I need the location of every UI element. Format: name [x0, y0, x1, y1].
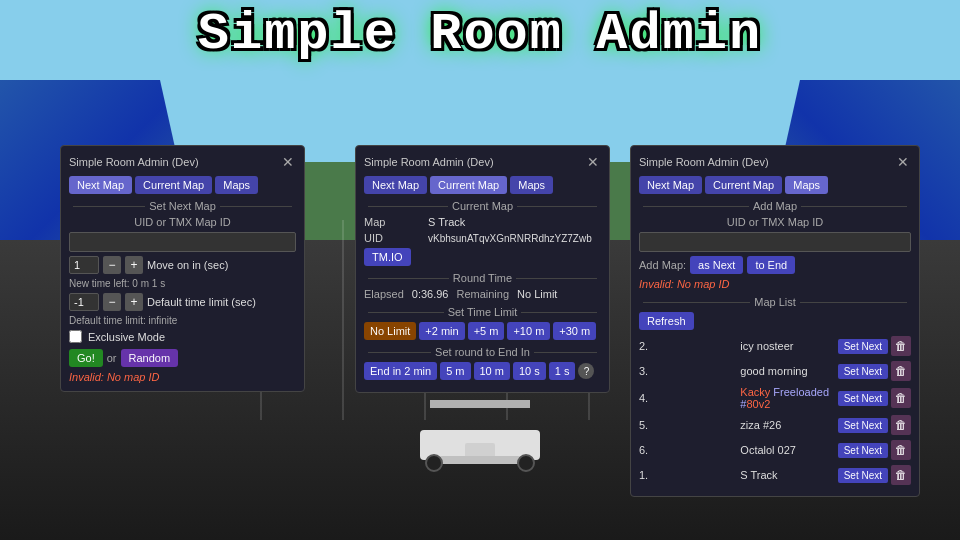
panel1-tab-nextmap[interactable]: Next Map — [69, 176, 132, 194]
panel1-moveon-plus[interactable]: + — [125, 256, 143, 274]
panel2-header: Simple Room Admin (Dev) ✕ — [364, 154, 601, 170]
panel2-close-button[interactable]: ✕ — [585, 154, 601, 170]
panel3-close-button[interactable]: ✕ — [895, 154, 911, 170]
panel1-moveon-input[interactable] — [69, 256, 99, 274]
panel-maps: Simple Room Admin (Dev) ✕ Next Map Curre… — [630, 145, 920, 497]
list-item: 3. good morning Set Next 🗑 — [639, 359, 911, 383]
list-item: 5. ziza #26 Set Next 🗑 — [639, 413, 911, 437]
panel2-end-buttons: End in 2 min 5 m 10 m 10 s 1 s ? — [364, 362, 601, 380]
map-setnext-0[interactable]: Set Next — [838, 339, 888, 354]
panel1-header: Simple Room Admin (Dev) ✕ — [69, 154, 296, 170]
panel3-refresh-button[interactable]: Refresh — [639, 312, 694, 330]
panel1-defaulttime-minus[interactable]: − — [103, 293, 121, 311]
panel2-map-row: Map S Track — [364, 216, 601, 228]
panel2-btn-5m[interactable]: +5 m — [468, 322, 505, 340]
panel1-moveon-minus[interactable]: − — [103, 256, 121, 274]
panel2-btn-nolimit[interactable]: No Limit — [364, 322, 416, 340]
panel2-elapsed-label: Elapsed — [364, 288, 404, 300]
map-delete-3[interactable]: 🗑 — [891, 415, 911, 435]
panel1-random-button[interactable]: Random — [121, 349, 179, 367]
car — [410, 400, 550, 480]
panel1-tab-currentmap[interactable]: Current Map — [135, 176, 212, 194]
panel3-tab-currentmap[interactable]: Current Map — [705, 176, 782, 194]
map-setnext-5[interactable]: Set Next — [838, 468, 888, 483]
map-name-4: Octalol 027 — [740, 444, 837, 456]
panel3-header: Simple Room Admin (Dev) ✕ — [639, 154, 911, 170]
map-delete-5[interactable]: 🗑 — [891, 465, 911, 485]
panel2-remaining-label: Remaining — [456, 288, 509, 300]
panel1-error: Invalid: No map ID — [69, 371, 296, 383]
list-item: 1. S Track Set Next 🗑 — [639, 463, 911, 487]
panel2-uid-value: vKbhsunATqvXGnRNRRdhzYZ7Zwb — [428, 233, 592, 244]
map-name-2: Kacky Freeloaded #80v2 — [740, 386, 837, 410]
panel3-tab-maps[interactable]: Maps — [785, 176, 828, 194]
panel1-moveon-label: Move on in (sec) — [147, 259, 228, 271]
panel1-defaulttime-row: − + Default time limit (sec) — [69, 293, 296, 311]
panel2-remaining-value: No Limit — [517, 288, 557, 300]
map-name-2-kacky: Kacky — [740, 386, 773, 398]
panel2-elapsed-row: Elapsed 0:36.96 Remaining No Limit — [364, 288, 601, 300]
panel1-go-button[interactable]: Go! — [69, 349, 103, 367]
panel1-defaulttime-input[interactable] — [69, 293, 99, 311]
panel3-tab-nextmap[interactable]: Next Map — [639, 176, 702, 194]
panel-current-map: Simple Room Admin (Dev) ✕ Next Map Curre… — [355, 145, 610, 393]
panel1-moveon-row: − + Move on in (sec) — [69, 256, 296, 274]
panel3-uid-input[interactable] — [639, 232, 911, 252]
map-index-3: 5. — [639, 419, 736, 431]
panel2-btn-2min[interactable]: +2 min — [419, 322, 464, 340]
panel2-end-2min[interactable]: End in 2 min — [364, 362, 437, 380]
panel2-btn-30m[interactable]: +30 m — [553, 322, 596, 340]
map-index-4: 6. — [639, 444, 736, 456]
map-setnext-2[interactable]: Set Next — [838, 391, 888, 406]
panel2-tab-nextmap[interactable]: Next Map — [364, 176, 427, 194]
map-setnext-3[interactable]: Set Next — [838, 418, 888, 433]
panel1-or-label: or — [107, 352, 117, 364]
panel1-close-button[interactable]: ✕ — [280, 154, 296, 170]
panel2-tabs: Next Map Current Map Maps — [364, 176, 601, 194]
panel3-uid-label: UID or TMX Map ID — [639, 216, 911, 228]
panel2-roundtime-section: Round Time — [364, 272, 601, 284]
map-delete-0[interactable]: 🗑 — [891, 336, 911, 356]
panel3-add-section: Add Map — [639, 200, 911, 212]
panel1-tab-maps[interactable]: Maps — [215, 176, 258, 194]
panel-next-map: Simple Room Admin (Dev) ✕ Next Map Curre… — [60, 145, 305, 392]
panel3-maplist-section: Map List — [639, 296, 911, 308]
panel2-end-5m[interactable]: 5 m — [440, 362, 470, 380]
panel3-title: Simple Room Admin (Dev) — [639, 156, 769, 168]
panel1-action-row: Go! or Random — [69, 349, 296, 367]
panel2-btn-10m[interactable]: +10 m — [507, 322, 550, 340]
map-delete-4[interactable]: 🗑 — [891, 440, 911, 460]
panel2-title: Simple Room Admin (Dev) — [364, 156, 494, 168]
map-setnext-1[interactable]: Set Next — [838, 364, 888, 379]
panel3-toend-button[interactable]: to End — [747, 256, 795, 274]
panel3-addmap-row: Add Map: as Next to End — [639, 256, 911, 274]
map-name-1: good morning — [740, 365, 837, 377]
panel2-end-1s[interactable]: 1 s — [549, 362, 576, 380]
panel1-exclusive-checkbox[interactable] — [69, 330, 82, 343]
panel1-uid-input[interactable] — [69, 232, 296, 252]
map-index-1: 3. — [639, 365, 736, 377]
panel2-end-10m[interactable]: 10 m — [474, 362, 510, 380]
panel2-end-10s[interactable]: 10 s — [513, 362, 546, 380]
map-setnext-4[interactable]: Set Next — [838, 443, 888, 458]
panel3-asnext-button[interactable]: as Next — [690, 256, 743, 274]
panel2-tmio-button[interactable]: TM.IO — [364, 248, 411, 266]
panel3-error: Invalid: No map ID — [639, 278, 911, 290]
panel1-defaulttime-info: Default time limit: infinite — [69, 315, 296, 326]
map-delete-2[interactable]: 🗑 — [891, 388, 911, 408]
panel1-timeleft: New time left: 0 m 1 s — [69, 278, 296, 289]
panel1-defaulttime-label: Default time limit (sec) — [147, 296, 256, 308]
map-name-2-num: 80v2 — [746, 398, 770, 410]
list-item: 6. Octalol 027 Set Next 🗑 — [639, 438, 911, 462]
panel2-tab-currentmap[interactable]: Current Map — [430, 176, 507, 194]
panel2-tab-maps[interactable]: Maps — [510, 176, 553, 194]
panel1-defaulttime-plus[interactable]: + — [125, 293, 143, 311]
map-delete-1[interactable]: 🗑 — [891, 361, 911, 381]
panel2-help-icon[interactable]: ? — [578, 363, 594, 379]
panel1-section-label: Set Next Map — [69, 200, 296, 212]
car-wing-front — [440, 456, 520, 464]
panel2-map-value: S Track — [428, 216, 601, 228]
map-index-2: 4. — [639, 392, 736, 404]
panel2-map-label: Map — [364, 216, 424, 228]
list-item: 4. Kacky Freeloaded #80v2 Set Next 🗑 — [639, 384, 911, 412]
